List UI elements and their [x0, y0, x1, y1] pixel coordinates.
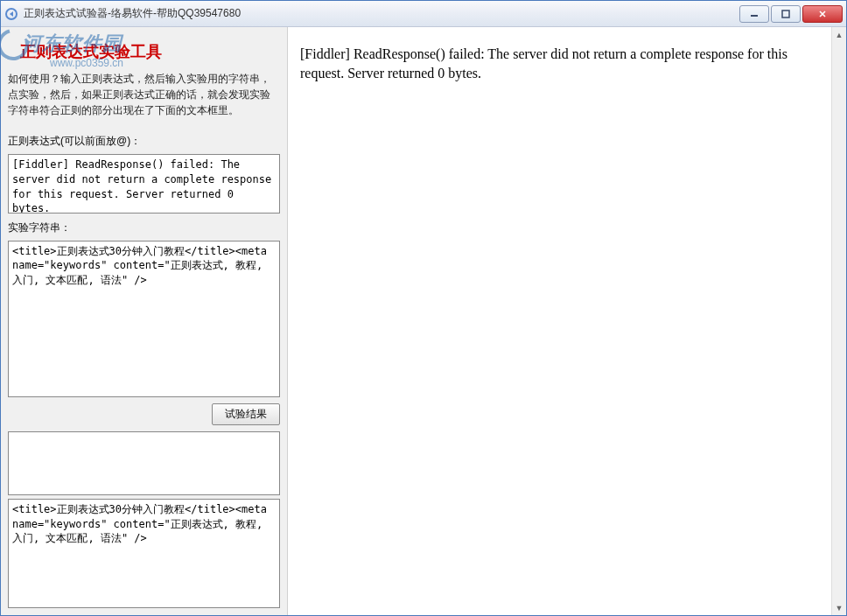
svg-rect-2 [782, 10, 789, 18]
test-string-input[interactable] [8, 241, 280, 397]
svg-rect-1 [751, 15, 758, 17]
maximize-button[interactable] [771, 5, 801, 23]
output-pane[interactable]: [Fiddler] ReadResponse() failed: The ser… [288, 27, 831, 615]
window-title: 正则表达式试验器-络易软件-帮助QQ39547680 [24, 6, 739, 21]
test-string-label: 实验字符串： [8, 220, 280, 235]
client-area: 河东软件园 www.pc0359.cn 正则表达式实验工具 如何使用？输入正则表… [1, 27, 846, 615]
app-window: 正则表达式试验器-络易软件-帮助QQ39547680 河东软件园 www.pc0… [0, 0, 847, 616]
titlebar[interactable]: 正则表达式试验器-络易软件-帮助QQ39547680 [1, 1, 846, 27]
button-row: 试验结果 [8, 403, 280, 425]
app-icon [4, 7, 18, 21]
left-panel: 正则表达式实验工具 如何使用？输入正则表达式，然后输入实验用的字符串，点实验，然… [1, 27, 288, 615]
scroll-down-icon[interactable]: ▼ [834, 602, 845, 613]
regex-input[interactable] [8, 154, 280, 214]
tool-title: 正则表达式实验工具 [20, 41, 280, 62]
vertical-scrollbar[interactable]: ▲ ▼ [831, 27, 846, 615]
right-panel: [Fiddler] ReadResponse() failed: The ser… [288, 27, 846, 615]
scroll-up-icon[interactable]: ▲ [834, 29, 845, 40]
minimize-button[interactable] [739, 5, 769, 23]
close-button[interactable] [802, 5, 843, 23]
run-button[interactable]: 试验结果 [212, 403, 280, 425]
window-controls [739, 5, 843, 23]
regex-label: 正则表达式(可以前面放@)： [8, 134, 280, 149]
result-output-1[interactable] [8, 431, 280, 495]
result-output-2[interactable] [8, 499, 280, 608]
help-text: 如何使用？输入正则表达式，然后输入实验用的字符串，点实验，然后，如果正则表达式正… [8, 71, 280, 118]
